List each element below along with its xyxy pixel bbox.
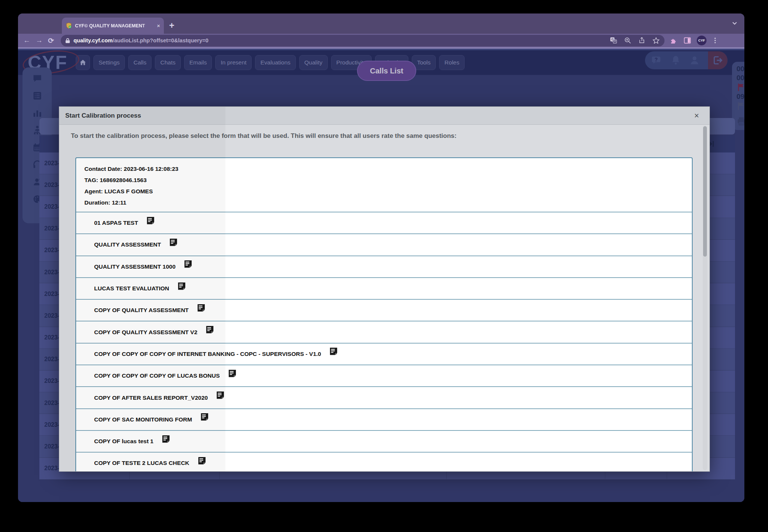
form-row[interactable]: COPY OF QUALITY ASSESSMENT: [76, 300, 692, 321]
modal-scrollbar-thumb[interactable]: [703, 126, 707, 257]
form-row[interactable]: COPY OF TESTE 2 LUCAS CHECK: [76, 453, 692, 472]
web-page: CYF SettingsCallsChatsEmailsIn presentEv…: [18, 50, 744, 502]
modal-intro-text: To start the calibration process, please…: [71, 132, 456, 140]
profile-avatar[interactable]: CYF: [697, 36, 706, 45]
calibration-modal: Start Calibration process × To start the…: [59, 106, 710, 472]
form-icon: [197, 303, 206, 312]
info-agent: Agent: LUCAS F GOMES: [84, 186, 692, 197]
toolbar: ← → ⟳ quality.cyf.com/audioList.php?offs…: [18, 34, 744, 49]
form-name: COPY OF AFTER SALES REPORT_V2020: [94, 395, 208, 401]
form-name: QUALITY ASSESSMENT 1000: [94, 263, 176, 270]
form-row[interactable]: QUALITY ASSESSMENT: [76, 234, 692, 256]
zoom-icon[interactable]: [624, 37, 632, 44]
translate-icon[interactable]: G: [610, 37, 617, 44]
tab-strip: CYF© QUALITY MANAGEMENT × +: [18, 13, 744, 34]
extensions-icon[interactable]: [670, 36, 678, 45]
lock-icon: [65, 38, 70, 43]
modal-scrollbar[interactable]: [703, 126, 707, 470]
new-tab-button[interactable]: +: [169, 19, 174, 32]
tab-close-icon[interactable]: ×: [157, 22, 160, 29]
form-name: COPY OF lucas test 1: [94, 438, 153, 445]
side-panel-icon[interactable]: [683, 36, 692, 45]
tabs-chevron-icon[interactable]: [732, 20, 738, 26]
kebab-menu-icon[interactable]: [712, 37, 718, 44]
form-row[interactable]: COPY OF SAC MONITORING FORM: [76, 409, 692, 431]
info-contact-date: Contact Date: 2023-06-16 12:08:23: [84, 163, 692, 175]
form-name: COPY OF QUALITY ASSESSMENT: [94, 307, 189, 314]
modal-title: Start Calibration process: [65, 112, 694, 120]
form-icon: [200, 412, 209, 421]
back-icon[interactable]: ←: [23, 36, 30, 45]
form-name: COPY OF TESTE 2 LUCAS CHECK: [94, 460, 189, 466]
form-row[interactable]: QUALITY ASSESSMENT 1000: [76, 256, 692, 278]
modal-titlebar: Start Calibration process ×: [59, 107, 710, 125]
form-icon: [162, 435, 170, 443]
forward-icon[interactable]: →: [36, 36, 43, 45]
form-name: COPY OF COPY OF COPY OF LUCAS BONUS: [94, 372, 220, 379]
form-icon: [169, 238, 178, 247]
form-name: LUCAS TEST EVALUATION: [94, 285, 169, 292]
modal-close-icon[interactable]: ×: [694, 111, 699, 121]
url-path: /audioList.php?offset=0&lastquery=0: [112, 37, 208, 43]
form-row[interactable]: COPY OF QUALITY ASSESSMENT V2: [76, 321, 692, 343]
share-icon[interactable]: [638, 37, 645, 44]
info-duration: Duration: 12:11: [84, 197, 692, 208]
forms-panel: Contact Date: 2023-06-16 12:08:23 TAG: 1…: [75, 157, 693, 472]
shield-favicon: [66, 22, 72, 29]
form-row[interactable]: COPY OF COPY OF COPY OF LUCAS BONUS: [76, 365, 692, 387]
forms-list: 01 ASPAS TESTQUALITY ASSESSMENTQUALITY A…: [76, 212, 692, 472]
form-name: COPY OF SAC MONITORING FORM: [94, 416, 192, 423]
url-host: quality.cyf.com: [74, 37, 112, 43]
browser-tab[interactable]: CYF© QUALITY MANAGEMENT ×: [62, 18, 164, 34]
call-info: Contact Date: 2023-06-16 12:08:23 TAG: 1…: [76, 158, 692, 208]
form-name: COPY OF QUALITY ASSESSMENT V2: [94, 329, 197, 336]
form-icon: [329, 347, 338, 356]
form-icon: [206, 325, 214, 334]
star-icon[interactable]: [652, 37, 660, 45]
form-row[interactable]: LUCAS TEST EVALUATION: [76, 278, 692, 300]
tab-title: CYF© QUALITY MANAGEMENT: [75, 23, 154, 28]
form-row[interactable]: COPY OF lucas test 1: [76, 431, 692, 453]
form-icon: [198, 456, 206, 465]
form-name: COPY OF COPY OF COPY OF INTERNET BANKING…: [94, 351, 321, 357]
form-icon: [146, 216, 155, 225]
form-icon: [228, 369, 237, 378]
address-bar[interactable]: quality.cyf.com/audioList.php?offset=0&l…: [61, 35, 664, 46]
screen: CYF© QUALITY MANAGEMENT × + ← → ⟳ qualit…: [0, 0, 768, 532]
form-name: QUALITY ASSESSMENT: [94, 241, 161, 248]
info-tag: TAG: 1686928046.1563: [84, 175, 692, 186]
form-name: 01 ASPAS TEST: [94, 220, 138, 226]
form-icon: [184, 260, 192, 268]
reload-icon[interactable]: ⟳: [48, 36, 54, 45]
form-icon: [177, 282, 186, 290]
browser-window: CYF© QUALITY MANAGEMENT × + ← → ⟳ qualit…: [18, 13, 744, 502]
form-row[interactable]: COPY OF AFTER SALES REPORT_V2020: [76, 387, 692, 409]
form-row[interactable]: 01 ASPAS TEST: [76, 212, 692, 234]
form-row[interactable]: COPY OF COPY OF COPY OF INTERNET BANKING…: [76, 344, 692, 365]
form-icon: [216, 391, 225, 399]
